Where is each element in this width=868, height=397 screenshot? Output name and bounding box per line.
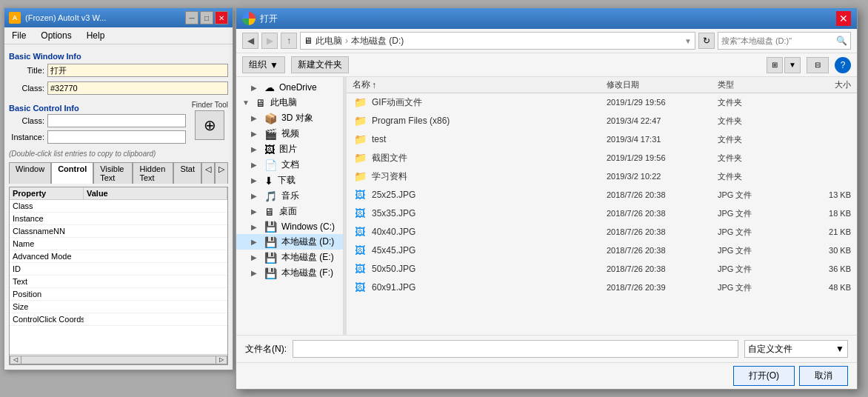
autoit-body: Basic Window Info Title: Class: Basic Co…	[4, 44, 233, 370]
h-scrollbar-track[interactable]	[21, 356, 216, 364]
search-icon: 🔍	[836, 36, 847, 46]
file-list-area: 名称 ↑ 修改日期 类型 大小 📁GIF动画文件 2019/1/29 19:56…	[347, 77, 857, 335]
table-row[interactable]: Text	[10, 276, 227, 288]
nav-item[interactable]: ▶💾Windows (C:)	[236, 219, 343, 234]
refresh-button[interactable]: ↻	[698, 33, 715, 49]
search-box[interactable]: 🔍	[718, 32, 851, 50]
minimize-button[interactable]: ─	[185, 11, 198, 24]
pane-button[interactable]: ⊟	[807, 57, 829, 73]
table-row[interactable]: ClassnameNN	[10, 225, 227, 238]
nav-item[interactable]: ▶⬇下载	[236, 173, 343, 188]
tab-hidden-text[interactable]: Hidden Text	[133, 162, 173, 184]
nav-item[interactable]: ▶💾本地磁盘 (F:)	[236, 265, 343, 281]
expand-arrow: ▶	[251, 130, 260, 138]
table-row[interactable]: Class	[10, 200, 227, 213]
property-cell: Instance	[10, 213, 84, 224]
table-row[interactable]: Size	[10, 301, 227, 313]
file-size-cell: 21 KB	[792, 227, 851, 236]
filename-input[interactable]	[293, 340, 738, 358]
table-row[interactable]: Instance	[10, 213, 227, 225]
expand-arrow: ▶	[251, 145, 260, 153]
class-input[interactable]	[47, 81, 228, 95]
folder-icon: 🖥	[256, 97, 266, 109]
menu-options[interactable]: Options	[36, 29, 76, 42]
menu-file[interactable]: File	[7, 29, 30, 42]
nav-item[interactable]: ▶🎵音乐	[236, 188, 343, 204]
filename-label: 文件名(N):	[245, 343, 287, 356]
finder-tool: Finder Tool ⊕	[192, 101, 228, 140]
finder-icon-button[interactable]: ⊕	[195, 110, 224, 140]
nav-item[interactable]: ▶📄文档	[236, 157, 343, 173]
file-type-cell: 文件夹	[718, 153, 792, 164]
file-row[interactable]: 📁test 2019/3/4 17:31 文件夹	[347, 130, 857, 149]
file-row[interactable]: 📁Program Files (x86) 2019/3/4 22:47 文件夹	[347, 112, 857, 130]
nav-item[interactable]: ▶🖥桌面	[236, 204, 343, 219]
up-button[interactable]: ↑	[281, 33, 297, 49]
file-table-header: 名称 ↑ 修改日期 类型 大小	[347, 77, 857, 93]
organize-button[interactable]: 组织 ▼	[242, 56, 285, 73]
horizontal-scrollbar[interactable]: ◁ ▷	[10, 354, 227, 364]
file-row[interactable]: 📁截图文件 2019/1/29 19:56 文件夹	[347, 149, 857, 167]
view-detail-button[interactable]: ⊞	[767, 57, 783, 73]
value-cell	[84, 314, 227, 324]
new-folder-button[interactable]: 新建文件夹	[291, 56, 349, 73]
back-button[interactable]: ◀	[242, 33, 258, 49]
nav-item[interactable]: ▶🎬视频	[236, 126, 343, 141]
close-button[interactable]: ✕	[215, 11, 228, 24]
property-table: Property Value ClassInstanceClassnameNNN…	[9, 187, 228, 365]
file-row[interactable]: 🖼50x50.JPG 2018/7/26 20:38 JPG 文件 36 KB	[347, 260, 857, 278]
tab-window[interactable]: Window	[9, 162, 51, 184]
expand-arrow: ▶	[251, 223, 260, 231]
scroll-right-btn[interactable]: ▷	[216, 356, 227, 364]
dialog-close-button[interactable]: ✕	[836, 11, 851, 26]
file-row[interactable]: 🖼60x91.JPG 2018/7/26 20:39 JPG 文件 48 KB	[347, 278, 857, 297]
tab-visible-text[interactable]: Visible Text	[93, 162, 133, 184]
cancel-button[interactable]: 取消	[799, 366, 848, 386]
file-row[interactable]: 🖼45x45.JPG 2018/7/26 20:38 JPG 文件 30 KB	[347, 241, 857, 260]
nav-item[interactable]: ▶🖼图片	[236, 141, 343, 157]
value-cell	[84, 301, 227, 312]
folder-icon: 🖥	[264, 206, 275, 218]
nav-item[interactable]: ▼🖥此电脑	[236, 95, 343, 110]
tab-stat[interactable]: Stat	[173, 162, 201, 184]
file-row[interactable]: 🖼40x40.JPG 2018/7/26 20:38 JPG 文件 21 KB	[347, 223, 857, 241]
file-row[interactable]: 🖼25x25.JPG 2018/7/26 20:38 JPG 文件 13 KB	[347, 186, 857, 204]
scroll-left-btn[interactable]: ◁	[10, 356, 21, 364]
nav-item[interactable]: ▶📦3D 对象	[236, 110, 343, 126]
expand-arrow: ▶	[251, 269, 260, 277]
hint-text: (Double-click list entries to copy to cl…	[9, 150, 228, 158]
table-row[interactable]: Name	[10, 238, 227, 250]
tab-more[interactable]: ◁	[201, 162, 215, 184]
file-row[interactable]: 📁学习资料 2019/3/2 10:22 文件夹	[347, 167, 857, 186]
nav-item[interactable]: ▶☁OneDrive	[236, 80, 343, 95]
nav-item-label: 下载	[278, 174, 337, 187]
tab-control[interactable]: Control	[51, 162, 93, 184]
nav-item[interactable]: ▶💾本地磁盘 (D:)	[236, 234, 343, 250]
maximize-button[interactable]: □	[200, 11, 213, 24]
title-row: Title:	[9, 64, 228, 77]
menu-help[interactable]: Help	[82, 29, 110, 42]
forward-button[interactable]: ▶	[261, 33, 278, 49]
table-row[interactable]: ControlClick Coords	[10, 313, 227, 326]
address-dropdown-icon[interactable]: ▼	[684, 37, 692, 45]
table-row[interactable]: Advanced Mode	[10, 250, 227, 263]
folder-icon: 📁	[353, 95, 367, 110]
open-button[interactable]: 打开(O)	[733, 366, 795, 386]
file-row[interactable]: 🖼35x35.JPG 2018/7/26 20:38 JPG 文件 18 KB	[347, 204, 857, 223]
help-button[interactable]: ?	[835, 57, 851, 73]
table-row[interactable]: Position	[10, 288, 227, 301]
file-row[interactable]: 📁GIF动画文件 2019/1/29 19:56 文件夹	[347, 93, 857, 112]
search-input[interactable]	[721, 36, 836, 45]
filetype-select[interactable]: 自定义文件 ▼	[744, 340, 848, 358]
title-input[interactable]	[47, 64, 228, 77]
view-dropdown-button[interactable]: ▼	[784, 57, 801, 73]
win-controls: ─ □ ✕	[185, 11, 228, 24]
nav-item[interactable]: ▶💾本地磁盘 (E:)	[236, 250, 343, 265]
col-date-header: 修改日期	[607, 79, 718, 91]
address-bar[interactable]: 🖥 此电脑 › 本地磁盘 (D:) ▼	[300, 32, 695, 50]
table-row[interactable]: ID	[10, 263, 227, 276]
control-class-input[interactable]	[47, 114, 186, 127]
tab-more2[interactable]: ▷	[215, 162, 228, 184]
instance-input[interactable]	[47, 130, 186, 144]
file-icon: 🖼	[353, 243, 367, 258]
